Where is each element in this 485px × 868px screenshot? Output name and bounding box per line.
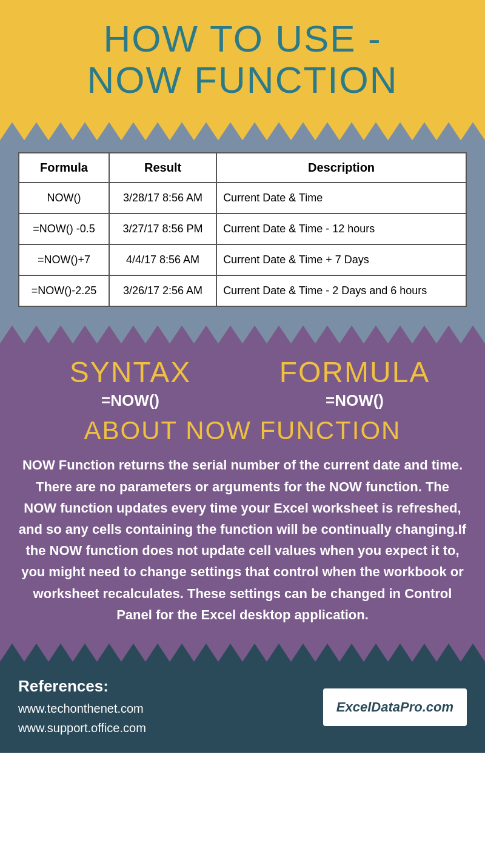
syntax-formula-row: SYNTAX =NOW() FORMULA =NOW() xyxy=(18,355,467,410)
table-row: NOW()3/28/17 8:56 AMCurrent Date & Time xyxy=(19,183,466,214)
ref-link-2: www.support.office.com xyxy=(18,718,146,738)
about-title: ABOUT NOW FUNCTION xyxy=(18,416,467,445)
formula-label: FORMULA xyxy=(242,355,467,389)
purple-section: SYNTAX =NOW() FORMULA =NOW() ABOUT NOW F… xyxy=(0,343,485,644)
table-row: =NOW()+74/4/17 8:56 AMCurrent Date & Tim… xyxy=(19,244,466,275)
ref-link-1: www.techonthenet.com xyxy=(18,699,146,718)
formula-col: FORMULA =NOW() xyxy=(242,355,467,410)
col-header-result: Result xyxy=(109,153,216,183)
formula-table: Formula Result Description NOW()3/28/17 … xyxy=(18,152,467,307)
table-section: Formula Result Description NOW()3/28/17 … xyxy=(0,140,485,325)
cell-result-3: 3/26/17 2:56 AM xyxy=(109,275,216,306)
syntax-label: SYNTAX xyxy=(18,355,242,389)
footer-section: References: www.techonthenet.com www.sup… xyxy=(0,662,485,753)
table-row: =NOW() -0.53/27/17 8:56 PMCurrent Date &… xyxy=(19,214,466,244)
cell-result-0: 3/28/17 8:56 AM xyxy=(109,183,216,214)
cell-formula-0: NOW() xyxy=(19,183,109,214)
cell-desc-1: Current Date & Time - 12 hours xyxy=(216,214,466,244)
formula-value: =NOW() xyxy=(242,391,467,410)
references-col: References: www.techonthenet.com www.sup… xyxy=(18,677,146,738)
cell-desc-2: Current Date & Time + 7 Days xyxy=(216,244,466,275)
cell-result-1: 3/27/17 8:56 PM xyxy=(109,214,216,244)
cell-desc-3: Current Date & Time - 2 Days and 6 hours xyxy=(216,275,466,306)
col-header-description: Description xyxy=(216,153,466,183)
brand-box: ExcelDataPro.com xyxy=(323,688,467,726)
cell-formula-1: =NOW() -0.5 xyxy=(19,214,109,244)
col-header-formula: Formula xyxy=(19,153,109,183)
syntax-col: SYNTAX =NOW() xyxy=(18,355,242,410)
references-title: References: xyxy=(18,677,146,696)
zigzag-divider-3 xyxy=(0,644,485,662)
cell-result-2: 4/4/17 8:56 AM xyxy=(109,244,216,275)
about-text: NOW Function returns the serial number o… xyxy=(18,454,467,625)
table-row: =NOW()-2.253/26/17 2:56 AMCurrent Date &… xyxy=(19,275,466,306)
zigzag-divider-1 xyxy=(0,122,485,140)
cell-desc-0: Current Date & Time xyxy=(216,183,466,214)
syntax-value: =NOW() xyxy=(18,391,242,410)
cell-formula-3: =NOW()-2.25 xyxy=(19,275,109,306)
zigzag-divider-2 xyxy=(0,325,485,343)
page-title: HOW TO USE - NOW FUNCTION xyxy=(12,18,473,101)
cell-formula-2: =NOW()+7 xyxy=(19,244,109,275)
brand-text: ExcelDataPro.com xyxy=(336,699,453,715)
header-section: HOW TO USE - NOW FUNCTION xyxy=(0,0,485,122)
